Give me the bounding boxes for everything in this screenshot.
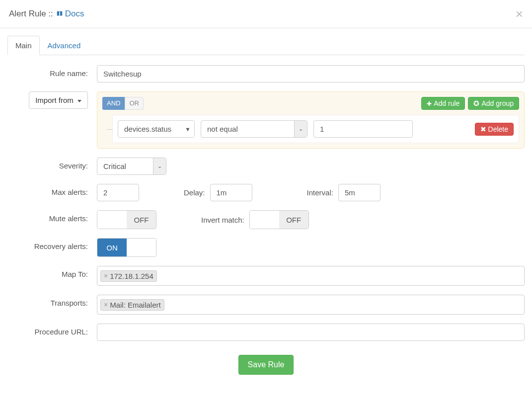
plus-circle-icon: ✪: [473, 99, 479, 107]
interval-input[interactable]: [338, 184, 380, 201]
add-group-button[interactable]: ✪Add group: [468, 97, 519, 110]
tab-main[interactable]: Main: [7, 36, 40, 55]
query-rule: devices.status ▼ not equal ⌄: [112, 115, 519, 143]
modal-header: Alert Rule :: Docs ×: [0, 0, 532, 28]
docs-link-label: Docs: [65, 9, 84, 19]
book-icon: [56, 10, 63, 17]
plus-icon: [427, 99, 434, 107]
procedure-url-input[interactable]: [97, 324, 525, 341]
map-to-input[interactable]: × 172.18.1.254: [97, 266, 525, 286]
recovery-alerts-label: Recovery alerts:: [7, 238, 97, 250]
rule-operator-select[interactable]: not equal: [201, 120, 307, 138]
rule-name-label: Rule name:: [7, 65, 97, 78]
severity-label: Severity:: [7, 158, 97, 170]
docs-link[interactable]: Docs: [56, 9, 84, 19]
alert-rule-modal: Alert Rule :: Docs × Main Advanced Rule …: [0, 0, 532, 385]
save-rule-button[interactable]: Save Rule: [238, 355, 294, 375]
tab-bar: Main Advanced: [7, 36, 525, 55]
invert-match-label: Invert match:: [201, 216, 244, 224]
map-to-label: Map To:: [7, 266, 97, 278]
x-icon: ✖: [480, 125, 486, 133]
delay-label: Delay:: [184, 188, 205, 197]
title-prefix: Alert Rule ::: [9, 9, 53, 19]
rule-name-input[interactable]: [97, 65, 525, 82]
caret-down-icon: [77, 100, 81, 102]
max-alerts-input[interactable]: [97, 184, 139, 201]
import-from-button[interactable]: Import from: [29, 91, 88, 109]
procedure-url-label: Procedure URL:: [7, 324, 97, 336]
severity-select[interactable]: Critical: [97, 158, 166, 175]
transports-label: Transports:: [7, 295, 97, 307]
transports-input[interactable]: × Mail: Emailalert: [97, 295, 525, 315]
mute-alerts-label: Mute alerts:: [7, 210, 97, 223]
delay-input[interactable]: [210, 184, 252, 201]
rule-value-input[interactable]: [313, 120, 413, 138]
condition-or[interactable]: OR: [125, 97, 144, 110]
add-rule-button[interactable]: Add rule: [421, 97, 465, 110]
max-alerts-label: Max alerts:: [7, 184, 97, 196]
tab-advanced[interactable]: Advanced: [40, 36, 89, 55]
invert-match-toggle[interactable]: OFF: [249, 210, 309, 229]
recovery-alerts-toggle[interactable]: ON: [97, 238, 156, 257]
remove-tag-icon[interactable]: ×: [104, 272, 108, 280]
condition-and[interactable]: AND: [102, 97, 125, 110]
mute-alerts-toggle[interactable]: OFF: [97, 210, 156, 229]
transports-tag[interactable]: × Mail: Emailalert: [100, 299, 164, 311]
modal-title: Alert Rule :: Docs: [9, 9, 84, 19]
rule-field-select[interactable]: devices.status: [118, 120, 195, 138]
interval-label: Interval:: [307, 188, 333, 197]
delete-rule-button[interactable]: ✖Delete: [475, 123, 514, 136]
map-to-tag[interactable]: × 172.18.1.254: [100, 270, 157, 282]
query-builder: AND OR Add rule ✪Add group: [97, 91, 525, 149]
modal-body: Main Advanced Rule name: Import from: [0, 28, 532, 385]
remove-tag-icon[interactable]: ×: [104, 301, 108, 309]
close-icon[interactable]: ×: [516, 7, 523, 20]
